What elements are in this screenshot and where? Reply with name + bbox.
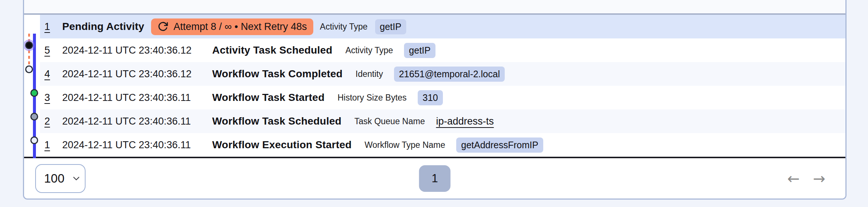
event-id-link[interactable]: 4 — [40, 68, 62, 80]
event-id-link[interactable]: 2 — [40, 116, 62, 127]
event-attr-value-badge: getIP — [404, 43, 435, 58]
event-name: Workflow Task Started — [212, 92, 324, 104]
event-id-link[interactable]: 1 — [40, 139, 62, 151]
event-name: Workflow Task Scheduled — [212, 115, 341, 127]
pagination-footer: 100 1 ← → — [24, 158, 845, 198]
event-id-link[interactable]: 3 — [40, 92, 62, 104]
event-timestamp: 2024-12-11 UTC 23:40:36.11 — [62, 92, 212, 104]
event-timestamp: 2024-12-11 UTC 23:40:36.11 — [62, 139, 212, 151]
pending-activity-row[interactable]: 1 Pending Activity Attempt 8 / ∞ • Next … — [40, 15, 845, 38]
event-name: Workflow Execution Started — [212, 139, 352, 151]
per-page-select-wrap: 100 — [35, 164, 86, 193]
event-row-1[interactable]: 1 2024-12-11 UTC 23:40:36.11 Workflow Ex… — [40, 133, 845, 157]
pending-attr-label: Activity Type — [320, 22, 368, 32]
event-attr-label: Activity Type — [345, 45, 393, 55]
pending-attr-value-badge: getIP — [375, 19, 406, 34]
timeline-line — [33, 34, 36, 176]
event-row-2[interactable]: 2 2024-12-11 UTC 23:40:36.11 Workflow Ta… — [40, 109, 845, 133]
event-row-5[interactable]: 5 2024-12-11 UTC 23:40:36.12 Activity Ta… — [40, 38, 845, 62]
next-page-icon[interactable]: → — [811, 171, 827, 186]
event-dot-5 — [25, 65, 33, 73]
pagination-arrows: ← → — [786, 171, 827, 186]
timeline-retry-dashed-line — [28, 34, 30, 71]
event-row-4[interactable]: 4 2024-12-11 UTC 23:40:36.12 Workflow Ta… — [40, 62, 845, 86]
retry-badge-label: Attempt 8 / ∞ • Next Retry 48s — [174, 21, 307, 33]
event-attr-label: Workflow Type Name — [365, 140, 445, 150]
event-id-link[interactable]: 5 — [40, 45, 62, 56]
pending-activity-title: Pending Activity — [62, 21, 144, 33]
event-attr-value-badge: getAddressFromIP — [456, 138, 543, 153]
event-timeline — [24, 15, 40, 157]
event-row-3[interactable]: 3 2024-12-11 UTC 23:40:36.11 Workflow Ta… — [40, 86, 845, 109]
event-attr-label: Identity — [355, 69, 383, 79]
event-attr-label: History Size Bytes — [337, 93, 407, 103]
prev-page-icon[interactable]: ← — [786, 171, 801, 186]
event-attr-value-badge: 310 — [418, 90, 443, 105]
event-dot-3 — [30, 113, 38, 121]
event-history-rows: 1 Pending Activity Attempt 8 / ∞ • Next … — [24, 15, 845, 157]
event-name: Workflow Task Completed — [212, 68, 343, 80]
event-timestamp: 2024-12-11 UTC 23:40:36.12 — [62, 45, 212, 56]
event-name: Activity Task Scheduled — [212, 44, 333, 56]
current-page-button[interactable]: 1 — [419, 165, 451, 192]
retry-icon — [157, 21, 168, 32]
event-timestamp: 2024-12-11 UTC 23:40:36.11 — [62, 116, 212, 127]
pending-activity-number-link[interactable]: 1 — [40, 21, 62, 33]
pending-activity-dot — [25, 41, 33, 49]
retry-attempt-badge: Attempt 8 / ∞ • Next Retry 48s — [151, 18, 313, 35]
task-queue-link[interactable]: ip-address-ts — [436, 116, 494, 127]
event-attr-value-badge: 21651@temporal-2.local — [394, 67, 505, 82]
table-top-strip — [24, 0, 845, 13]
event-attr-label: Task Queue Name — [354, 116, 425, 126]
event-history-panel: 1 Pending Activity Attempt 8 / ∞ • Next … — [23, 0, 847, 200]
event-timestamp: 2024-12-11 UTC 23:40:36.12 — [62, 68, 212, 80]
per-page-select[interactable]: 100 — [35, 164, 86, 193]
event-dot-4 — [30, 89, 38, 97]
event-dot-2 — [30, 136, 38, 144]
